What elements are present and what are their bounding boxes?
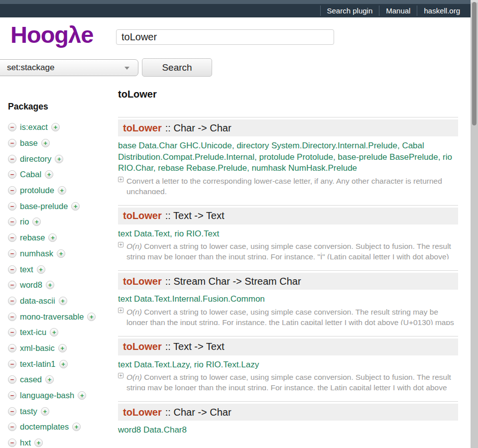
add-package-icon[interactable]: + [45,170,53,179]
add-package-icon[interactable]: + [72,423,81,431]
add-package-icon[interactable]: + [34,439,43,447]
remove-package-icon[interactable]: − [8,202,16,211]
module-link[interactable]: rebase Rebase.Prelude [158,163,247,173]
module-link[interactable]: text Data.Text.Internal.Fusion.Common [118,294,265,304]
module-link[interactable]: base-prelude BasePrelude [338,152,438,162]
remove-package-icon[interactable]: − [8,407,16,416]
module-link[interactable]: rio RIO.Text.Lazy [194,360,259,369]
result-name-link[interactable]: toLower [123,276,162,287]
package-link[interactable]: data-ascii [20,296,55,306]
package-link[interactable]: tasty [20,407,37,416]
search-button[interactable]: Search [142,58,212,77]
module-link[interactable]: rio RIO.Text [174,229,219,238]
expand-docs-icon[interactable]: + [118,242,123,247]
remove-package-icon[interactable]: − [8,139,16,147]
package-link[interactable]: cased [20,375,42,384]
remove-package-icon[interactable]: − [8,297,16,305]
module-link[interactable]: protolude Protolude [259,152,333,162]
result-header: toLower:: Char -> Char [118,119,458,136]
package-link[interactable]: mono-traversable [20,312,84,322]
result-name-link[interactable]: toLower [123,407,162,418]
package-link[interactable]: directory [20,154,51,164]
module-link[interactable]: numhask NumHask.Prelude [251,163,357,173]
add-package-icon[interactable]: + [41,139,50,147]
remove-package-icon[interactable]: − [8,281,16,289]
search-result: toLower:: Text -> Texttext Data.Text.Laz… [118,336,458,391]
add-package-icon[interactable]: + [59,297,67,305]
remove-package-icon[interactable]: − [8,328,16,336]
result-name-link[interactable]: toLower [123,122,162,134]
add-package-icon[interactable]: + [55,155,63,163]
package-link[interactable]: text [20,265,33,274]
topbar-link-manual[interactable]: Manual [379,5,417,16]
remove-package-icon[interactable]: − [8,375,16,384]
package-link[interactable]: numhask [20,249,53,258]
remove-package-icon[interactable]: − [8,423,16,431]
add-package-icon[interactable]: + [37,265,45,274]
package-link[interactable]: xml-basic [20,343,55,353]
remove-package-icon[interactable]: − [8,249,16,258]
package-item: −rebase+ [8,230,115,246]
add-package-icon[interactable]: + [51,123,60,131]
package-link[interactable]: hxt [20,438,31,448]
add-package-icon[interactable]: + [46,281,54,289]
add-package-icon[interactable]: + [57,249,65,258]
remove-package-icon[interactable]: − [8,186,16,195]
package-link[interactable]: text-icu [20,328,46,337]
remove-package-icon[interactable]: − [8,233,16,242]
add-package-icon[interactable]: + [87,313,96,321]
package-link[interactable]: doctemplates [20,422,69,432]
package-link[interactable]: base-prelude [20,202,68,211]
package-link[interactable]: text-latin1 [20,359,56,369]
remove-package-icon[interactable]: − [8,218,16,226]
package-item: −is:exact+ [8,119,115,135]
add-package-icon[interactable]: + [78,391,86,400]
add-package-icon[interactable]: + [58,344,67,352]
expand-docs-icon[interactable]: + [118,373,123,378]
scope-select[interactable]: set:stackage [0,59,138,76]
package-link[interactable]: rio [20,217,29,226]
module-link[interactable]: text Data.Text.Lazy [118,360,189,369]
topbar-link-search-plugin[interactable]: Search plugin [320,5,379,16]
remove-package-icon[interactable]: − [8,439,16,447]
package-link[interactable]: rebase [20,233,45,242]
package-link[interactable]: base [20,138,38,148]
scrollbar-track[interactable] [471,0,478,448]
add-package-icon[interactable]: + [32,218,41,226]
module-link[interactable]: text Data.Text [118,229,170,238]
remove-package-icon[interactable]: − [8,360,16,368]
remove-package-icon[interactable]: − [8,123,16,131]
add-package-icon[interactable]: + [58,186,66,195]
expand-docs-icon[interactable]: + [118,177,123,182]
remove-package-icon[interactable]: − [8,170,16,179]
module-link[interactable]: directory System.Directory.Internal.Prel… [237,141,397,150]
remove-package-icon[interactable]: − [8,155,16,163]
add-package-icon[interactable]: + [50,328,58,336]
hoogle-logo[interactable]: Hoogλe [10,21,93,48]
package-link[interactable]: language-bash [20,391,74,400]
scrollbar-thumb[interactable] [472,2,477,125]
result-modules: text Data.Text.Internal.Fusion.Common [118,294,458,305]
search-input[interactable] [116,29,334,45]
remove-package-icon[interactable]: − [8,344,16,352]
result-name-link[interactable]: toLower [123,210,162,222]
add-package-icon[interactable]: + [48,233,57,242]
result-name-link[interactable]: toLower [123,341,162,352]
package-link[interactable]: word8 [20,280,42,290]
result-doc-text: O(n) Convert a string to lower case, usi… [126,373,451,390]
module-link[interactable]: base Data.Char GHC.Unicode [118,141,232,150]
add-package-icon[interactable]: + [71,202,80,211]
package-item: −doctemplates+ [8,419,115,435]
add-package-icon[interactable]: + [41,407,49,416]
remove-package-icon[interactable]: − [8,265,16,274]
add-package-icon[interactable]: + [59,360,68,368]
module-link[interactable]: word8 Data.Char8 [118,425,187,435]
package-link[interactable]: Cabal [20,170,41,179]
remove-package-icon[interactable]: − [8,391,16,400]
topbar-link-haskell-org[interactable]: haskell.org [417,5,467,16]
package-link[interactable]: is:exact [20,122,48,132]
package-link[interactable]: protolude [20,186,54,195]
expand-docs-icon[interactable]: + [118,308,123,313]
add-package-icon[interactable]: + [45,375,54,384]
remove-package-icon[interactable]: − [8,313,16,321]
